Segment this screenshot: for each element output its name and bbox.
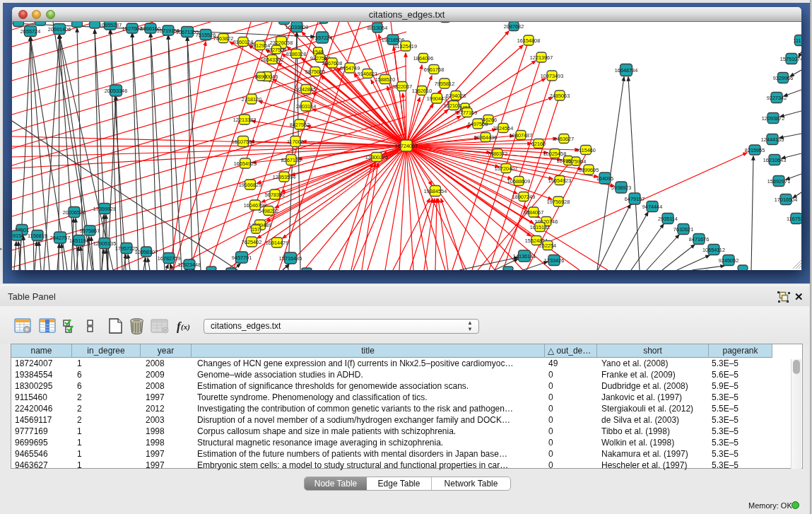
svg-text:16033809: 16033809: [286, 24, 308, 30]
svg-text:2942757: 2942757: [50, 235, 70, 241]
svg-text:20691406: 20691406: [48, 26, 71, 33]
svg-text:16914479: 16914479: [266, 240, 288, 246]
svg-text:16107554: 16107554: [232, 139, 254, 145]
svg-text:(x): (x): [181, 322, 190, 332]
svg-text:9463627: 9463627: [554, 136, 574, 142]
svg-text:9474444: 9474444: [642, 204, 662, 210]
svg-text:10807487: 10807487: [510, 132, 532, 139]
svg-text:16654925: 16654925: [234, 160, 257, 167]
svg-text:15720407: 15720407: [495, 165, 517, 172]
svg-text:10654112: 10654112: [702, 247, 725, 253]
svg-text:7463822: 7463822: [213, 35, 233, 42]
svg-text:3822037: 3822037: [392, 83, 412, 90]
svg-text:10688609: 10688609: [507, 178, 530, 185]
svg-text:15692971: 15692971: [767, 178, 790, 185]
svg-text:8267130: 8267130: [281, 157, 301, 163]
svg-text:20053346: 20053346: [105, 88, 127, 94]
svg-text:12444135: 12444135: [761, 136, 784, 143]
svg-text:39154: 39154: [12, 233, 24, 239]
svg-text:20364436: 20364436: [474, 134, 497, 141]
svg-text:9084067: 9084067: [524, 209, 543, 216]
svg-text:9975867: 9975867: [80, 228, 100, 234]
svg-text:8813054: 8813054: [367, 25, 387, 31]
svg-text:6961758: 6961758: [424, 66, 444, 73]
svg-text:3824554: 3824554: [493, 125, 513, 132]
svg-text:1451194: 1451194: [69, 238, 89, 244]
svg-text:1362610: 1362610: [412, 88, 432, 94]
svg-text:19166829: 19166829: [239, 182, 261, 188]
svg-text:62160: 62160: [531, 141, 546, 147]
svg-text:6794028: 6794028: [446, 93, 466, 99]
svg-text:9457791: 9457791: [232, 255, 252, 261]
svg-text:19654923: 19654923: [548, 177, 571, 184]
svg-text:7632621: 7632621: [673, 226, 693, 233]
svg-text:12923448: 12923448: [178, 262, 201, 268]
svg-text:16154808: 16154808: [517, 37, 540, 44]
svg-text:13300275: 13300275: [365, 154, 388, 160]
svg-text:1167531: 1167531: [787, 216, 801, 222]
svg-text:5938923: 5938923: [611, 185, 631, 191]
svg-text:5875685: 5875685: [305, 69, 325, 75]
svg-text:6497568: 6497568: [468, 121, 488, 127]
svg-text:12213967: 12213967: [530, 54, 553, 61]
svg-text:16543362: 16543362: [261, 57, 283, 63]
svg-text:9227342: 9227342: [767, 95, 787, 101]
svg-text:252254: 252254: [539, 243, 556, 249]
svg-text:7886372: 7886372: [488, 151, 507, 157]
svg-text:11172: 11172: [793, 37, 801, 44]
svg-text:10655287: 10655287: [99, 22, 122, 28]
svg-text:19384554: 19384554: [424, 188, 447, 194]
svg-text:2935114: 2935114: [658, 216, 678, 222]
svg-text:1156819: 1156819: [28, 233, 47, 239]
svg-text:7485063: 7485063: [550, 93, 570, 99]
svg-text:7357224: 7357224: [312, 35, 332, 41]
svg-text:7955812: 7955812: [435, 81, 454, 87]
svg-text:7625402: 7625402: [242, 239, 261, 245]
svg-text:1864096: 1864096: [413, 55, 433, 62]
svg-text:9575964: 9575964: [566, 158, 586, 165]
svg-text:8471676: 8471676: [689, 236, 709, 243]
svg-text:18724007: 18724007: [395, 143, 418, 149]
svg-text:9329966: 9329966: [773, 75, 793, 81]
svg-text:164095: 164095: [596, 175, 613, 182]
svg-text:9777169: 9777169: [457, 110, 477, 116]
svg-text:12353594: 12353594: [273, 174, 295, 180]
svg-text:17016504: 17016504: [775, 197, 797, 203]
svg-text:2718120: 2718120: [242, 96, 261, 103]
svg-text:9245052: 9245052: [719, 257, 739, 264]
svg-text:9115460: 9115460: [576, 147, 596, 153]
svg-text:16648784: 16648784: [615, 67, 637, 74]
svg-text:12213382: 12213382: [233, 117, 256, 123]
svg-text:6479197: 6479197: [625, 196, 645, 202]
svg-text:20206576: 20206576: [63, 209, 86, 216]
svg-text:2055724: 2055724: [20, 28, 40, 35]
svg-text:5498222: 5498222: [259, 208, 278, 214]
svg-text:14136141: 14136141: [513, 253, 536, 259]
svg-text:1527602: 1527602: [122, 25, 142, 32]
svg-text:157: 157: [252, 226, 260, 233]
svg-text:8186328: 8186328: [286, 51, 306, 57]
svg-text:9899695: 9899695: [579, 167, 599, 173]
svg-text:16782759: 16782759: [158, 255, 180, 262]
svg-text:11325419: 11325419: [394, 43, 417, 49]
svg-text:9327509: 9327509: [266, 47, 286, 53]
svg-text:8215955: 8215955: [745, 147, 765, 153]
svg-text:8427552: 8427552: [290, 122, 310, 128]
svg-text:23226058: 23226058: [270, 40, 293, 46]
svg-text:1588520: 1588520: [375, 76, 395, 83]
svg-text:117006: 117006: [287, 139, 304, 145]
svg-text:19756928: 19756928: [547, 199, 570, 205]
svg-text:10973493: 10973493: [541, 73, 563, 79]
svg-text:2803144: 2803144: [296, 103, 316, 110]
svg-text:1990443: 1990443: [427, 95, 447, 102]
svg-text:1615132: 1615132: [530, 224, 550, 230]
svg-text:5678352: 5678352: [265, 192, 285, 198]
svg-text:1733426: 1733426: [544, 257, 564, 264]
svg-text:16210643: 16210643: [763, 157, 786, 163]
svg-text:9242845: 9242845: [296, 86, 316, 93]
svg-text:10025458: 10025458: [543, 151, 566, 157]
svg-text:15716485: 15716485: [279, 255, 302, 262]
svg-text:12905135: 12905135: [93, 240, 116, 247]
svg-text:2087682: 2087682: [504, 23, 524, 30]
svg-text:17359928: 17359928: [93, 206, 116, 212]
